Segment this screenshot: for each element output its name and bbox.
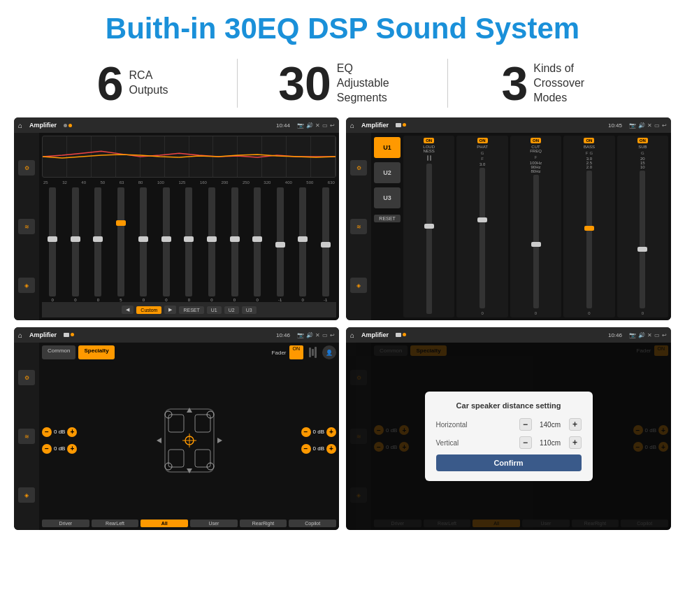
svg-marker-13 xyxy=(187,468,192,473)
close-icon-3[interactable]: ✕ xyxy=(315,332,320,338)
fader-panel-icon1[interactable]: ⚙ xyxy=(18,370,35,385)
phat-slider[interactable] xyxy=(480,168,485,308)
amp-reset-btn[interactable]: RESET xyxy=(374,215,401,222)
vol-fr-plus[interactable]: + xyxy=(326,427,336,437)
vol-rr-plus[interactable]: + xyxy=(326,444,336,454)
volume-icon-3[interactable]: 🔊 xyxy=(306,332,313,338)
vertical-minus[interactable]: − xyxy=(519,436,532,449)
back-icon[interactable]: ↩ xyxy=(330,122,335,129)
vol-fl-minus[interactable]: − xyxy=(42,427,52,437)
sub-slider[interactable] xyxy=(640,171,645,308)
eq-slider-7: 0 xyxy=(201,187,223,302)
minimize-icon-3[interactable]: ▭ xyxy=(322,332,328,338)
u1-btn[interactable]: U1 xyxy=(374,137,401,158)
eq-slider-9: 0 xyxy=(247,187,268,302)
amp-left-panel: ⚙ ≋ ◈ xyxy=(346,133,371,320)
topbar-fader: ⌂ Amplifier 10:46 📷 🔊 ✕ ▭ ↩ xyxy=(14,327,339,343)
back-icon-3[interactable]: ↩ xyxy=(330,332,335,338)
camera-icon-2[interactable]: 📷 xyxy=(629,122,636,129)
eq-panel-icon2[interactable]: ≋ xyxy=(18,219,35,234)
back-icon-2[interactable]: ↩ xyxy=(662,122,667,129)
close-icon-4[interactable]: ✕ xyxy=(647,332,652,338)
minimize-icon-2[interactable]: ▭ xyxy=(654,122,660,129)
dialog-icons: 📷 🔊 ✕ ▭ ↩ xyxy=(629,332,667,338)
prev-button[interactable]: ◀ xyxy=(122,306,134,314)
horizontal-plus[interactable]: + xyxy=(569,418,582,431)
loudness-label: LOUDNESS xyxy=(423,145,435,153)
stat-eq-number: 30 xyxy=(278,59,331,107)
loudness-slider[interactable] xyxy=(426,164,432,314)
minimize-icon[interactable]: ▭ xyxy=(322,122,328,129)
back-icon-4[interactable]: ↩ xyxy=(662,332,667,338)
fader-on-button[interactable]: ON xyxy=(289,345,304,359)
tab-common[interactable]: Common xyxy=(42,345,75,359)
stats-row: 6 RCAOutputs 30 EQ AdjustableSegments 3 … xyxy=(0,52,685,117)
phat-on[interactable]: ON xyxy=(477,138,488,143)
eq-slider-0: 0 xyxy=(42,187,64,302)
svg-rect-3 xyxy=(168,450,184,467)
vol-fl-plus[interactable]: + xyxy=(67,427,77,437)
driver-btn[interactable]: Driver xyxy=(42,520,89,527)
eq-freq-labels: 253240506380 100125160200250320 40050063… xyxy=(42,180,336,185)
horizontal-value: 140cm xyxy=(535,421,566,429)
volume-icon-4[interactable]: 🔊 xyxy=(638,332,645,338)
fader-panel-icon2[interactable]: ≋ xyxy=(18,429,35,444)
vol-rl-plus[interactable]: + xyxy=(67,444,77,454)
reset-button[interactable]: RESET xyxy=(179,306,203,314)
dialog-title: Car speaker distance setting xyxy=(436,401,582,410)
rearleft-btn[interactable]: RearLeft xyxy=(92,520,139,527)
bass-slider[interactable] xyxy=(586,171,592,308)
u1-button[interactable]: U1 xyxy=(207,306,222,314)
tab-specialty[interactable]: Specialty xyxy=(78,345,114,359)
u2-button[interactable]: U2 xyxy=(224,306,239,314)
eq-slider-2: 0 xyxy=(87,187,109,302)
camera-icon-4[interactable]: 📷 xyxy=(629,332,636,338)
amp-panel-icon3[interactable]: ◈ xyxy=(350,278,367,293)
custom-button[interactable]: Custom xyxy=(136,306,161,314)
fader-panel-icon3[interactable]: ◈ xyxy=(18,487,35,503)
copilot-btn[interactable]: Copilot xyxy=(289,520,336,527)
loudness-on[interactable]: ON xyxy=(424,138,434,143)
amp-panel-icon1[interactable]: ⚙ xyxy=(350,160,367,176)
u3-btn[interactable]: U3 xyxy=(374,187,401,208)
horizontal-minus[interactable]: − xyxy=(519,418,532,431)
bass-on[interactable]: ON xyxy=(584,138,594,143)
close-icon[interactable]: ✕ xyxy=(315,122,320,129)
cutfreq-on[interactable]: ON xyxy=(531,138,541,143)
user-btn[interactable]: User xyxy=(190,520,238,527)
play-button[interactable]: ▶ xyxy=(164,306,176,314)
home-icon-2[interactable]: ⌂ xyxy=(350,122,354,129)
eq-time: 10:44 xyxy=(276,122,290,129)
home-icon-4[interactable]: ⌂ xyxy=(350,331,354,339)
u2-btn[interactable]: U2 xyxy=(374,162,401,183)
vertical-value: 110cm xyxy=(535,439,566,447)
amp-panel-icon2[interactable]: ≋ xyxy=(350,219,367,234)
eq-panel-icon1[interactable]: ⚙ xyxy=(18,160,35,176)
sub-on[interactable]: ON xyxy=(637,138,648,143)
screen-fader: ⌂ Amplifier 10:46 📷 🔊 ✕ ▭ ↩ ⚙ ≋ ◈ xyxy=(14,327,339,530)
horizontal-control: − 140cm + xyxy=(519,418,582,431)
volume-icon-2[interactable]: 🔊 xyxy=(638,122,645,129)
cutfreq-slider[interactable] xyxy=(533,175,539,308)
eq-slider-3: 5 xyxy=(110,187,132,302)
vol-fr-minus[interactable]: − xyxy=(301,427,311,437)
eq-panel-icon3[interactable]: ◈ xyxy=(18,278,35,293)
vol-rr-minus[interactable]: − xyxy=(301,444,311,454)
rearright-btn[interactable]: RearRight xyxy=(240,520,287,527)
home-icon[interactable]: ⌂ xyxy=(18,122,22,129)
vol-rl-minus[interactable]: − xyxy=(42,444,52,454)
screen-dialog-title: Amplifier xyxy=(361,331,389,338)
all-btn[interactable]: All xyxy=(140,520,188,527)
camera-icon-3[interactable]: 📷 xyxy=(297,332,304,338)
horizontal-label: Horizontal xyxy=(436,421,485,429)
confirm-button[interactable]: Confirm xyxy=(436,454,582,471)
minimize-icon-4[interactable]: ▭ xyxy=(654,332,660,338)
u3-button[interactable]: U3 xyxy=(242,306,257,314)
camera-icon[interactable]: 📷 xyxy=(297,122,304,129)
fader-content: ⚙ ≋ ◈ Common Specialty Fader ON 👤 xyxy=(14,343,339,530)
close-icon-2[interactable]: ✕ xyxy=(647,122,652,129)
home-icon-3[interactable]: ⌂ xyxy=(18,331,22,339)
amp-u-buttons: U1 U2 U3 RESET xyxy=(374,136,401,317)
vertical-plus[interactable]: + xyxy=(569,436,582,449)
volume-icon[interactable]: 🔊 xyxy=(306,122,313,129)
